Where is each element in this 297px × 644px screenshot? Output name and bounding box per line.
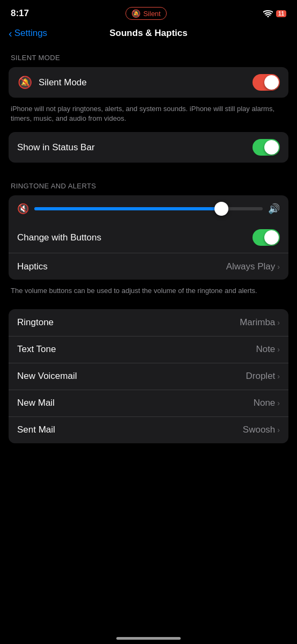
- new-voicemail-chevron-icon: ›: [277, 372, 280, 380]
- silent-mode-toggle[interactable]: [253, 74, 280, 91]
- silent-mode-left: 🔕 Silent Mode: [17, 76, 87, 90]
- haptics-chevron-icon: ›: [277, 262, 280, 271]
- sounds-card: Ringtone Marimba › Text Tone Note › New …: [9, 309, 288, 443]
- home-indicator: [116, 637, 181, 640]
- sent-mail-row[interactable]: Sent Mail Swoosh ›: [9, 416, 288, 443]
- volume-slider-track[interactable]: [34, 207, 263, 210]
- ringtone-alerts-section-label: RINGTONE AND ALERTS: [0, 173, 297, 193]
- change-with-buttons-toggle[interactable]: [253, 229, 280, 246]
- new-voicemail-row[interactable]: New Voicemail Droplet ›: [9, 363, 288, 390]
- slider-thumb[interactable]: [214, 202, 228, 216]
- silent-mode-pill: 🔕 Silent: [125, 7, 167, 20]
- text-tone-label: Text Tone: [17, 344, 56, 355]
- ringtone-label: Ringtone: [17, 317, 54, 328]
- silent-bell-icon: 🔕: [131, 9, 140, 18]
- text-tone-chevron-icon: ›: [277, 345, 280, 354]
- haptics-value-text: Always Play: [226, 261, 276, 272]
- text-tone-value-text: Note: [256, 344, 275, 355]
- toggle-knob-3: [264, 230, 279, 245]
- status-bar: 8:17 🔕 Silent 11: [0, 0, 297, 24]
- ringtone-row[interactable]: Ringtone Marimba ›: [9, 309, 288, 336]
- status-right-icons: 11: [263, 10, 286, 17]
- show-in-status-bar-row[interactable]: Show in Status Bar: [9, 132, 288, 163]
- toggle-knob-2: [264, 140, 279, 155]
- silent-mode-description: iPhone will not play ringtones, alerts, …: [0, 100, 297, 130]
- sent-mail-value-text: Swoosh: [243, 425, 275, 435]
- ringtone-chevron-icon: ›: [277, 318, 280, 327]
- status-time: 8:17: [11, 8, 29, 19]
- volume-low-icon: 🔇: [17, 203, 29, 215]
- slider-fill: [34, 207, 221, 210]
- silent-mode-card: 🔕 Silent Mode: [9, 67, 288, 98]
- sent-mail-value: Swoosh ›: [243, 425, 280, 435]
- sent-mail-chevron-icon: ›: [277, 426, 280, 434]
- text-tone-value: Note ›: [256, 344, 280, 355]
- ringtone-value: Marimba ›: [240, 317, 280, 328]
- ringtone-alerts-card: 🔇 🔊 Change with Buttons Haptics Always P…: [9, 195, 288, 280]
- new-mail-row[interactable]: New Mail None ›: [9, 390, 288, 416]
- show-in-status-bar-card: Show in Status Bar: [9, 132, 288, 163]
- battery-number: 11: [276, 10, 286, 17]
- change-with-buttons-label: Change with Buttons: [17, 232, 101, 243]
- silent-pill-container: 🔕 Silent: [125, 7, 167, 20]
- new-mail-chevron-icon: ›: [277, 399, 280, 407]
- silent-mode-row[interactable]: 🔕 Silent Mode: [9, 67, 288, 98]
- show-in-status-bar-label: Show in Status Bar: [17, 142, 95, 153]
- nav-header: ‹ Settings Sounds & Haptics: [0, 24, 297, 45]
- new-voicemail-value: Droplet ›: [246, 371, 280, 382]
- new-mail-value: None ›: [254, 398, 280, 408]
- haptics-row[interactable]: Haptics Always Play ›: [9, 253, 288, 280]
- ringtone-value-text: Marimba: [240, 317, 275, 328]
- text-tone-row[interactable]: Text Tone Note ›: [9, 336, 288, 363]
- toggle-knob: [264, 75, 279, 90]
- back-button[interactable]: ‹ Settings: [9, 28, 47, 39]
- back-label: Settings: [14, 28, 47, 39]
- page-title: Sounds & Haptics: [109, 28, 187, 39]
- new-mail-value-text: None: [254, 398, 276, 408]
- ringtone-alerts-description: The volume buttons can be used to adjust…: [0, 282, 297, 302]
- silent-mode-label: Silent Mode: [39, 77, 87, 88]
- new-voicemail-label: New Voicemail: [17, 371, 77, 382]
- battery-container: 11: [276, 10, 286, 17]
- volume-slider-row[interactable]: 🔇 🔊: [9, 195, 288, 222]
- volume-high-icon: 🔊: [268, 203, 280, 215]
- silent-label: Silent: [143, 10, 161, 18]
- change-with-buttons-row[interactable]: Change with Buttons: [9, 222, 288, 253]
- haptics-label: Haptics: [17, 261, 48, 272]
- silent-mode-section-label: SILENT MODE: [0, 45, 297, 65]
- bell-slash-icon: 🔕: [17, 76, 32, 90]
- show-in-status-bar-toggle[interactable]: [253, 139, 280, 156]
- haptics-value: Always Play ›: [226, 261, 280, 272]
- back-chevron-icon: ‹: [9, 28, 12, 39]
- sent-mail-label: Sent Mail: [17, 425, 55, 435]
- new-voicemail-value-text: Droplet: [246, 371, 276, 382]
- new-mail-label: New Mail: [17, 398, 55, 408]
- wifi-icon: [263, 10, 273, 17]
